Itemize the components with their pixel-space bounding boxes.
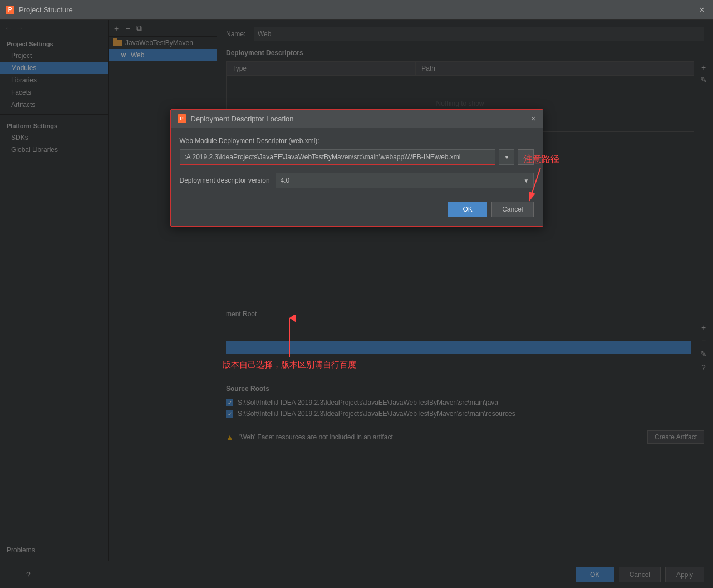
dialog-ok-button[interactable]: OK	[448, 202, 487, 217]
dialog-title: Deployment Descriptor Location	[191, 115, 294, 123]
dialog-version-row: Deployment descriptor version 4.0 3.1 3.…	[180, 173, 534, 188]
dialog-dropdown-button[interactable]: ▼	[499, 149, 514, 165]
window-title: Project Structure	[19, 6, 73, 14]
dialog-title-bar: P Deployment Descriptor Location ×	[171, 110, 543, 128]
dialog-field-label: Web Module Deployment Descriptor (web.xm…	[180, 137, 534, 145]
deployment-descriptor-dialog: P Deployment Descriptor Location × Web M…	[170, 109, 543, 227]
close-button[interactable]: ×	[696, 4, 707, 16]
annotation-bottom: 版本自己选择，版本区别请自行百度	[223, 315, 356, 370]
dialog-content: Web Module Deployment Descriptor (web.xm…	[171, 128, 543, 226]
dialog-browse-button[interactable]: ...	[518, 149, 533, 165]
modal-overlay: 注意路径 P Deployment Descriptor Location ×	[0, 20, 713, 588]
title-bar: P Project Structure ×	[0, 0, 713, 20]
main-window: P Project Structure × ← → Project Settin…	[0, 0, 713, 588]
dialog-title-left: P Deployment Descriptor Location	[178, 114, 294, 123]
dialog-close-button[interactable]: ×	[531, 114, 535, 123]
dialog-version-wrapper: 4.0 3.1 3.0 2.5 2.4 ▼	[276, 173, 534, 188]
dialog-path-input[interactable]	[180, 149, 496, 165]
dialog-version-select[interactable]: 4.0 3.1 3.0 2.5 2.4	[276, 173, 534, 188]
annotation-bottom-arrow	[278, 315, 301, 360]
app-icon: P	[6, 6, 14, 14]
dialog-icon: P	[178, 114, 186, 123]
dialog-buttons: OK Cancel	[180, 197, 534, 217]
title-bar-left: P Project Structure	[6, 6, 73, 14]
dialog-input-row: ▼ ...	[180, 149, 534, 165]
annotation-bottom-text: 版本自己选择，版本区别请自行百度	[223, 360, 356, 369]
dialog-version-label: Deployment descriptor version	[180, 177, 270, 184]
dialog-cancel-button[interactable]: Cancel	[491, 202, 533, 217]
